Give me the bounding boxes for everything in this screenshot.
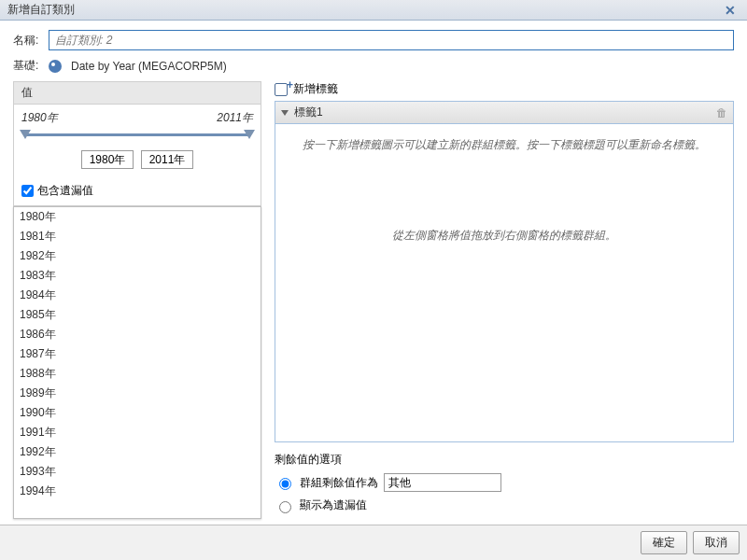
basis-value: Date by Year (MEGACORP5M) [71, 60, 227, 73]
list-item[interactable]: 1980年 [14, 207, 261, 227]
list-item[interactable]: 1985年 [14, 305, 261, 325]
slider-min-input[interactable] [81, 150, 134, 169]
list-item[interactable]: 1987年 [14, 344, 261, 364]
cancel-button[interactable]: 取消 [693, 531, 740, 554]
remaining-missing-label: 顯示為遺漏值 [300, 497, 367, 513]
slider-max-input[interactable] [141, 150, 193, 169]
slider-handle-left[interactable] [20, 130, 31, 139]
close-icon[interactable]: ✕ [721, 3, 740, 18]
label1-hint-create: 按一下新增標籤圖示可以建立新的群組標籤。按一下標籤標題可以重新命名標籤。 [289, 137, 720, 153]
calendar-icon [49, 60, 62, 73]
list-item[interactable]: 1986年 [14, 325, 261, 344]
values-section-header: 值 [13, 81, 261, 105]
basis-label: 基礎: [13, 58, 49, 74]
list-item[interactable]: 1992年 [14, 442, 261, 462]
list-item[interactable]: 1981年 [14, 227, 261, 246]
value-list[interactable]: 1980年1981年1982年1983年1984年1985年1986年1987年… [13, 206, 261, 519]
label1-dropzone[interactable]: 按一下新增標籤圖示可以建立新的群組標籤。按一下標籤標題可以重新命名標籤。 從左側… [275, 124, 734, 442]
range-slider[interactable] [20, 130, 255, 141]
include-missing-checkbox[interactable] [21, 185, 34, 197]
remaining-missing-radio[interactable] [279, 501, 291, 513]
list-item[interactable]: 1991年 [14, 423, 261, 442]
list-item[interactable]: 1993年 [14, 462, 261, 482]
ok-button[interactable]: 確定 [641, 531, 687, 554]
slider-max-label: 2011年 [217, 110, 253, 126]
remaining-group-label: 群組剩餘值作為 [300, 475, 378, 491]
remaining-group-radio[interactable] [279, 478, 291, 490]
list-item[interactable]: 1989年 [14, 384, 261, 403]
remaining-options-title: 剩餘值的選項 [275, 452, 734, 468]
remaining-group-value-input[interactable] [384, 473, 501, 492]
list-item[interactable]: 1984年 [14, 286, 261, 305]
slider-handle-right[interactable] [244, 130, 255, 139]
list-item[interactable]: 1983年 [14, 266, 261, 286]
trash-icon[interactable]: 🗑 [716, 106, 727, 119]
dialog-title: 新增自訂類別 [7, 2, 721, 18]
label1-title[interactable]: 標籤1 [294, 105, 716, 120]
add-label-text[interactable]: 新增標籤 [293, 81, 338, 97]
list-item[interactable]: 1988年 [14, 364, 261, 384]
name-input[interactable] [49, 30, 734, 50]
list-item[interactable]: 1994年 [14, 482, 261, 501]
name-label: 名稱: [13, 33, 49, 49]
list-item[interactable]: 1982年 [14, 246, 261, 266]
include-missing-label: 包含遺漏值 [37, 183, 93, 199]
label1-hint-drag: 從左側窗格將值拖放到右側窗格的標籤群組。 [289, 228, 720, 244]
add-label-icon[interactable] [275, 83, 288, 96]
chevron-down-icon[interactable] [281, 110, 289, 116]
slider-min-label: 1980年 [21, 110, 58, 126]
list-item[interactable]: 1990年 [14, 403, 261, 423]
